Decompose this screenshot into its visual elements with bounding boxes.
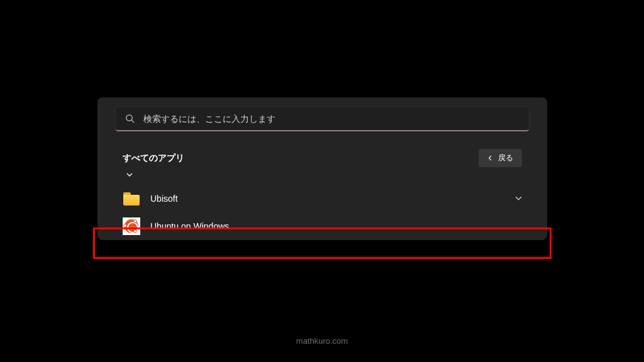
search-box[interactable] [115,106,530,131]
start-menu-panel: すべてのアプリ 戻る Ubisoft [97,97,547,240]
app-item-label: Ubisoft [150,194,505,204]
section-chevron-icon [97,172,547,180]
search-input[interactable] [143,114,520,124]
all-apps-title: すべてのアプリ [123,153,184,164]
app-list: Ubisoft Ubuntu on Windows [97,185,547,240]
ubuntu-icon [123,217,140,235]
watermark: mathkuro.com [0,336,644,346]
folder-icon [123,190,140,207]
app-item-ubisoft[interactable]: Ubisoft [97,185,547,212]
app-item-ubuntu[interactable]: Ubuntu on Windows [97,212,547,240]
back-button[interactable]: 戻る [479,149,522,167]
svg-line-1 [131,120,134,123]
search-icon [125,114,135,124]
chevron-down-icon [515,194,522,203]
chevron-left-icon [487,154,493,163]
svg-point-0 [126,115,131,121]
app-item-label: Ubuntu on Windows [150,221,522,231]
back-button-label: 戻る [498,153,513,163]
all-apps-header: すべてのアプリ 戻る [97,131,547,171]
